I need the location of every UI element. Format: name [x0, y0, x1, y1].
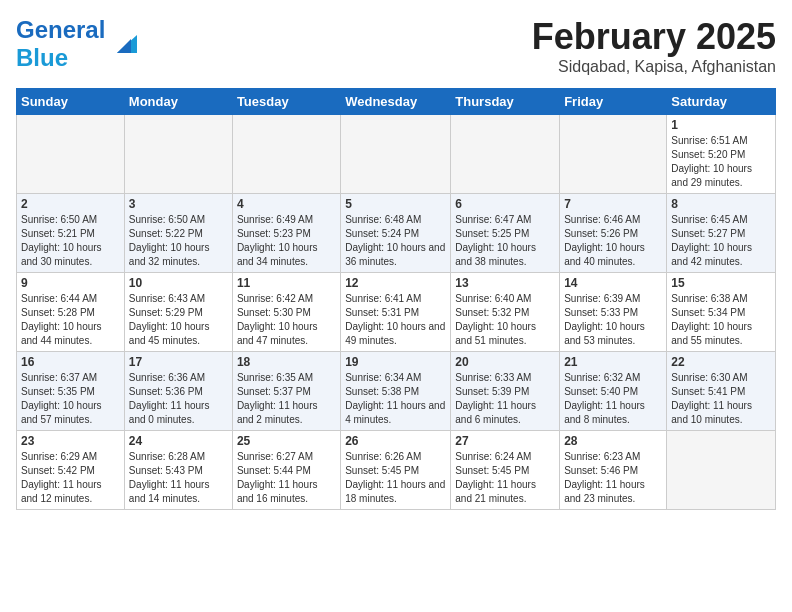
column-header-wednesday: Wednesday — [341, 89, 451, 115]
day-info: Sunrise: 6:46 AM Sunset: 5:26 PM Dayligh… — [564, 213, 662, 269]
calendar-cell: 14Sunrise: 6:39 AM Sunset: 5:33 PM Dayli… — [560, 273, 667, 352]
day-info: Sunrise: 6:28 AM Sunset: 5:43 PM Dayligh… — [129, 450, 228, 506]
day-info: Sunrise: 6:24 AM Sunset: 5:45 PM Dayligh… — [455, 450, 555, 506]
calendar-cell: 23Sunrise: 6:29 AM Sunset: 5:42 PM Dayli… — [17, 431, 125, 510]
calendar-cell: 19Sunrise: 6:34 AM Sunset: 5:38 PM Dayli… — [341, 352, 451, 431]
day-number: 24 — [129, 434, 228, 448]
column-header-tuesday: Tuesday — [232, 89, 340, 115]
day-number: 3 — [129, 197, 228, 211]
day-info: Sunrise: 6:47 AM Sunset: 5:25 PM Dayligh… — [455, 213, 555, 269]
page-header: GeneralBlue February 2025 Sidqabad, Kapi… — [16, 16, 776, 76]
calendar-cell — [232, 115, 340, 194]
day-info: Sunrise: 6:50 AM Sunset: 5:21 PM Dayligh… — [21, 213, 120, 269]
calendar-table: SundayMondayTuesdayWednesdayThursdayFrid… — [16, 88, 776, 510]
column-header-monday: Monday — [124, 89, 232, 115]
calendar-cell: 1Sunrise: 6:51 AM Sunset: 5:20 PM Daylig… — [667, 115, 776, 194]
logo-text: GeneralBlue — [16, 16, 105, 72]
logo: GeneralBlue — [16, 16, 139, 72]
svg-marker-1 — [117, 39, 131, 53]
day-info: Sunrise: 6:42 AM Sunset: 5:30 PM Dayligh… — [237, 292, 336, 348]
column-header-saturday: Saturday — [667, 89, 776, 115]
calendar-cell: 27Sunrise: 6:24 AM Sunset: 5:45 PM Dayli… — [451, 431, 560, 510]
day-number: 18 — [237, 355, 336, 369]
calendar-week-row: 16Sunrise: 6:37 AM Sunset: 5:35 PM Dayli… — [17, 352, 776, 431]
calendar-week-row: 23Sunrise: 6:29 AM Sunset: 5:42 PM Dayli… — [17, 431, 776, 510]
day-info: Sunrise: 6:44 AM Sunset: 5:28 PM Dayligh… — [21, 292, 120, 348]
calendar-cell: 7Sunrise: 6:46 AM Sunset: 5:26 PM Daylig… — [560, 194, 667, 273]
day-number: 12 — [345, 276, 446, 290]
column-header-friday: Friday — [560, 89, 667, 115]
day-number: 28 — [564, 434, 662, 448]
day-number: 2 — [21, 197, 120, 211]
calendar-cell: 25Sunrise: 6:27 AM Sunset: 5:44 PM Dayli… — [232, 431, 340, 510]
calendar-cell: 13Sunrise: 6:40 AM Sunset: 5:32 PM Dayli… — [451, 273, 560, 352]
day-number: 15 — [671, 276, 771, 290]
day-info: Sunrise: 6:49 AM Sunset: 5:23 PM Dayligh… — [237, 213, 336, 269]
day-info: Sunrise: 6:50 AM Sunset: 5:22 PM Dayligh… — [129, 213, 228, 269]
title-block: February 2025 Sidqabad, Kapisa, Afghanis… — [532, 16, 776, 76]
day-info: Sunrise: 6:27 AM Sunset: 5:44 PM Dayligh… — [237, 450, 336, 506]
day-number: 13 — [455, 276, 555, 290]
day-info: Sunrise: 6:40 AM Sunset: 5:32 PM Dayligh… — [455, 292, 555, 348]
day-number: 23 — [21, 434, 120, 448]
calendar-header-row: SundayMondayTuesdayWednesdayThursdayFrid… — [17, 89, 776, 115]
day-number: 6 — [455, 197, 555, 211]
day-info: Sunrise: 6:37 AM Sunset: 5:35 PM Dayligh… — [21, 371, 120, 427]
calendar-cell — [17, 115, 125, 194]
calendar-cell: 8Sunrise: 6:45 AM Sunset: 5:27 PM Daylig… — [667, 194, 776, 273]
calendar-cell — [667, 431, 776, 510]
page-title: February 2025 — [532, 16, 776, 58]
day-number: 19 — [345, 355, 446, 369]
day-info: Sunrise: 6:43 AM Sunset: 5:29 PM Dayligh… — [129, 292, 228, 348]
day-info: Sunrise: 6:38 AM Sunset: 5:34 PM Dayligh… — [671, 292, 771, 348]
day-number: 27 — [455, 434, 555, 448]
day-number: 20 — [455, 355, 555, 369]
calendar-cell: 10Sunrise: 6:43 AM Sunset: 5:29 PM Dayli… — [124, 273, 232, 352]
calendar-cell: 16Sunrise: 6:37 AM Sunset: 5:35 PM Dayli… — [17, 352, 125, 431]
day-info: Sunrise: 6:39 AM Sunset: 5:33 PM Dayligh… — [564, 292, 662, 348]
calendar-cell: 24Sunrise: 6:28 AM Sunset: 5:43 PM Dayli… — [124, 431, 232, 510]
day-number: 9 — [21, 276, 120, 290]
day-number: 17 — [129, 355, 228, 369]
calendar-cell: 5Sunrise: 6:48 AM Sunset: 5:24 PM Daylig… — [341, 194, 451, 273]
day-number: 26 — [345, 434, 446, 448]
calendar-cell: 22Sunrise: 6:30 AM Sunset: 5:41 PM Dayli… — [667, 352, 776, 431]
calendar-cell: 2Sunrise: 6:50 AM Sunset: 5:21 PM Daylig… — [17, 194, 125, 273]
calendar-week-row: 1Sunrise: 6:51 AM Sunset: 5:20 PM Daylig… — [17, 115, 776, 194]
calendar-week-row: 9Sunrise: 6:44 AM Sunset: 5:28 PM Daylig… — [17, 273, 776, 352]
calendar-cell: 28Sunrise: 6:23 AM Sunset: 5:46 PM Dayli… — [560, 431, 667, 510]
day-info: Sunrise: 6:29 AM Sunset: 5:42 PM Dayligh… — [21, 450, 120, 506]
day-number: 5 — [345, 197, 446, 211]
calendar-cell: 21Sunrise: 6:32 AM Sunset: 5:40 PM Dayli… — [560, 352, 667, 431]
day-info: Sunrise: 6:51 AM Sunset: 5:20 PM Dayligh… — [671, 134, 771, 190]
calendar-cell — [451, 115, 560, 194]
day-number: 16 — [21, 355, 120, 369]
day-info: Sunrise: 6:34 AM Sunset: 5:38 PM Dayligh… — [345, 371, 446, 427]
calendar-cell: 18Sunrise: 6:35 AM Sunset: 5:37 PM Dayli… — [232, 352, 340, 431]
calendar-cell — [341, 115, 451, 194]
day-number: 21 — [564, 355, 662, 369]
calendar-cell: 12Sunrise: 6:41 AM Sunset: 5:31 PM Dayli… — [341, 273, 451, 352]
day-number: 11 — [237, 276, 336, 290]
day-info: Sunrise: 6:35 AM Sunset: 5:37 PM Dayligh… — [237, 371, 336, 427]
column-header-thursday: Thursday — [451, 89, 560, 115]
page-subtitle: Sidqabad, Kapisa, Afghanistan — [532, 58, 776, 76]
calendar-cell: 3Sunrise: 6:50 AM Sunset: 5:22 PM Daylig… — [124, 194, 232, 273]
calendar-cell: 9Sunrise: 6:44 AM Sunset: 5:28 PM Daylig… — [17, 273, 125, 352]
day-number: 4 — [237, 197, 336, 211]
day-number: 8 — [671, 197, 771, 211]
calendar-cell: 20Sunrise: 6:33 AM Sunset: 5:39 PM Dayli… — [451, 352, 560, 431]
day-number: 14 — [564, 276, 662, 290]
day-info: Sunrise: 6:26 AM Sunset: 5:45 PM Dayligh… — [345, 450, 446, 506]
calendar-cell: 11Sunrise: 6:42 AM Sunset: 5:30 PM Dayli… — [232, 273, 340, 352]
column-header-sunday: Sunday — [17, 89, 125, 115]
day-number: 7 — [564, 197, 662, 211]
day-number: 22 — [671, 355, 771, 369]
calendar-cell: 4Sunrise: 6:49 AM Sunset: 5:23 PM Daylig… — [232, 194, 340, 273]
day-info: Sunrise: 6:48 AM Sunset: 5:24 PM Dayligh… — [345, 213, 446, 269]
day-info: Sunrise: 6:23 AM Sunset: 5:46 PM Dayligh… — [564, 450, 662, 506]
day-info: Sunrise: 6:30 AM Sunset: 5:41 PM Dayligh… — [671, 371, 771, 427]
calendar-cell: 26Sunrise: 6:26 AM Sunset: 5:45 PM Dayli… — [341, 431, 451, 510]
day-info: Sunrise: 6:41 AM Sunset: 5:31 PM Dayligh… — [345, 292, 446, 348]
calendar-cell: 6Sunrise: 6:47 AM Sunset: 5:25 PM Daylig… — [451, 194, 560, 273]
